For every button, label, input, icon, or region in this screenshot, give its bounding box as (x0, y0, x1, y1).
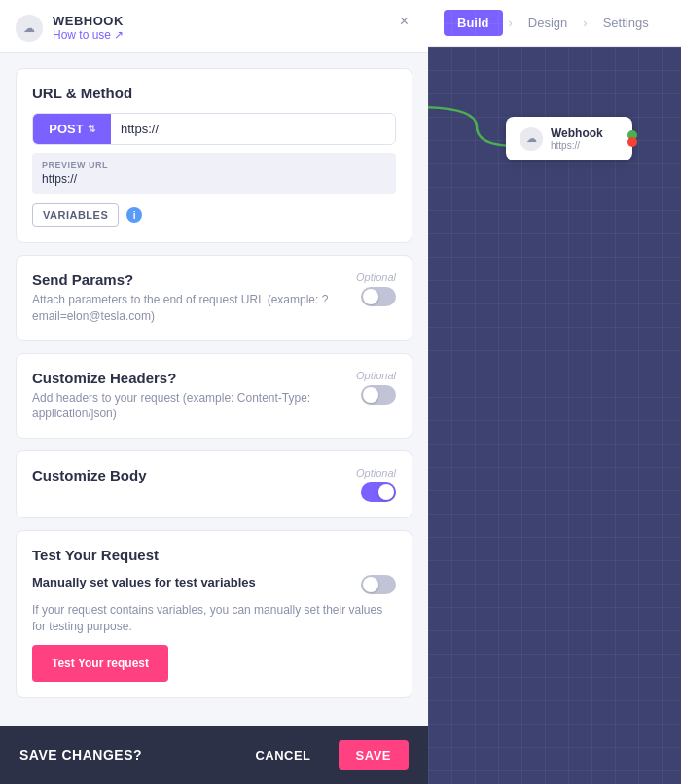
header-left: ☁ WEBHOOK How to use ↗ (16, 14, 124, 42)
panel-content: URL & Method POST ⇅ PREVIEW URL https://… (0, 53, 428, 784)
customize-body-optional: Optional (356, 467, 396, 479)
customize-headers-optional: Optional (356, 370, 396, 381)
customize-headers-left: Customize Headers? Add headers to your r… (32, 370, 348, 423)
send-params-card: Send Params? Attach parameters to the en… (16, 255, 412, 341)
test-request-desc: If your request contains variables, you … (32, 602, 396, 635)
panel-title: WEBHOOK (53, 14, 124, 28)
preview-url-value: https:// (42, 172, 386, 186)
node-url: https:// (551, 140, 603, 151)
cancel-button[interactable]: CANCEL (237, 740, 328, 770)
header-titles: WEBHOOK How to use ↗ (53, 14, 124, 42)
send-params-optional: Optional (356, 271, 396, 283)
close-button[interactable]: × (396, 14, 412, 29)
panel-header: ☁ WEBHOOK How to use ↗ × (0, 0, 428, 53)
url-method-title: URL & Method (32, 85, 396, 101)
test-request-left: Manually set values for test variables (32, 575, 256, 589)
right-panel: Build › Design › Settings ☁ Webhook http… (428, 0, 681, 784)
test-request-card: Test Your Request Manually set values fo… (16, 530, 412, 698)
info-icon: i (126, 207, 142, 223)
customize-body-card: Customize Body Optional (16, 450, 412, 518)
send-params-toggle[interactable] (361, 287, 396, 306)
customize-headers-section: Customize Headers? Add headers to your r… (32, 370, 396, 423)
customize-body-title: Customize Body (32, 467, 147, 483)
how-to-use-link[interactable]: How to use ↗ (53, 28, 124, 42)
customize-headers-title: Customize Headers? (32, 370, 348, 386)
method-arrows-icon: ⇅ (88, 124, 95, 134)
left-panel: ☁ WEBHOOK How to use ↗ × URL & Method PO… (0, 0, 428, 784)
test-request-title: Test Your Request (32, 547, 396, 563)
url-method-card: URL & Method POST ⇅ PREVIEW URL https://… (16, 68, 412, 243)
customize-headers-card: Customize Headers? Add headers to your r… (16, 353, 412, 440)
node-error-dot (627, 137, 637, 147)
node-title: Webhook (551, 126, 603, 140)
url-method-row: POST ⇅ (32, 113, 396, 145)
node-info: Webhook https:// (551, 126, 603, 151)
customize-headers-right: Optional (356, 370, 396, 405)
customize-headers-desc: Add headers to your request (example: Co… (32, 390, 348, 423)
test-request-button[interactable]: Test Your request (32, 645, 168, 682)
node-icon: ☁ (520, 127, 543, 151)
customize-body-section: Customize Body Optional (32, 467, 396, 502)
webhook-icon: ☁ (16, 15, 43, 42)
send-params-title: Send Params? (32, 271, 348, 288)
bottom-buttons: CANCEL SAVE (237, 740, 409, 770)
variables-button[interactable]: VARIABLES (32, 203, 119, 227)
send-params-section: Send Params? Attach parameters to the en… (32, 271, 396, 325)
webhook-node[interactable]: ☁ Webhook https:// (506, 117, 632, 160)
customize-body-left: Customize Body (32, 467, 147, 487)
send-params-desc: Attach parameters to the end of request … (32, 292, 348, 325)
customize-headers-toggle[interactable] (361, 385, 396, 405)
save-changes-label: SAVE CHANGES? (19, 747, 142, 763)
customize-body-right: Optional (356, 467, 396, 502)
customize-body-toggle[interactable] (361, 482, 396, 502)
send-params-left: Send Params? Attach parameters to the en… (32, 271, 348, 325)
save-button[interactable]: SAVE (339, 740, 409, 770)
method-select[interactable]: POST ⇅ (33, 114, 111, 144)
url-input[interactable] (111, 114, 395, 144)
preview-url-label: PREVIEW URL (42, 160, 386, 170)
test-request-toggle[interactable] (361, 575, 396, 594)
test-request-toggle-section: Manually set values for test variables (32, 575, 396, 594)
external-link-icon: ↗ (114, 28, 124, 42)
test-request-toggle-label: Manually set values for test variables (32, 575, 256, 589)
bottom-bar: SAVE CHANGES? CANCEL SAVE (0, 726, 428, 784)
preview-url-box: PREVIEW URL https:// (32, 153, 396, 194)
send-params-right: Optional (356, 271, 396, 306)
